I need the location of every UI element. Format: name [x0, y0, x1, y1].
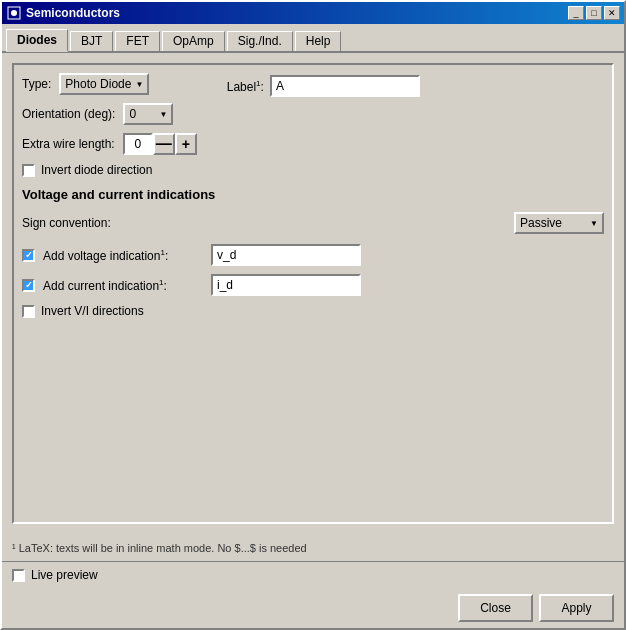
tab-bjt[interactable]: BJT [70, 31, 113, 51]
close-button[interactable]: ✕ [604, 6, 620, 20]
label-label: Label1: [227, 79, 264, 94]
live-preview-label: Live preview [31, 568, 98, 582]
sign-convention-select[interactable]: Passive Active [520, 214, 598, 232]
section-title: Voltage and current indications [22, 187, 604, 202]
form-panel: Type: Photo Diode Diode Zener LED Schott… [12, 63, 614, 524]
main-window: Semiconductors _ □ ✕ Diodes BJT FET OpAm… [0, 0, 626, 630]
invert-vi-row: Invert V/I directions [22, 304, 604, 318]
minimize-button[interactable]: _ [568, 6, 584, 20]
current-label: Add current indication1: [43, 278, 203, 293]
current-input[interactable] [211, 274, 361, 296]
window-title: Semiconductors [26, 6, 568, 20]
invert-diode-label: Invert diode direction [41, 163, 152, 177]
button-row: Close Apply [2, 588, 624, 628]
svg-point-1 [11, 10, 17, 16]
type-row: Type: Photo Diode Diode Zener LED Schott… [22, 73, 197, 95]
main-content: Type: Photo Diode Diode Zener LED Schott… [2, 53, 624, 534]
voltage-indication-row: Add voltage indication1: [22, 244, 604, 266]
type-select[interactable]: Photo Diode Diode Zener LED Schottky [65, 75, 143, 93]
invert-diode-checkbox[interactable] [22, 164, 35, 177]
window-icon [6, 5, 22, 21]
invert-vi-label: Invert V/I directions [41, 304, 144, 318]
extra-wire-input[interactable] [123, 133, 153, 155]
orientation-row: Orientation (deg): 0 90 180 270 ▼ [22, 103, 197, 125]
live-preview-row: Live preview [2, 561, 624, 588]
title-bar: Semiconductors _ □ ✕ [2, 2, 624, 24]
orientation-dropdown[interactable]: 0 90 180 270 ▼ [123, 103, 173, 125]
close-button[interactable]: Close [458, 594, 533, 622]
voltage-checkbox[interactable] [22, 249, 35, 262]
sign-convention-row: Sign convention: Passive Active ▼ [22, 212, 604, 234]
orientation-select[interactable]: 0 90 180 270 [129, 105, 167, 123]
extra-wire-minus[interactable]: — [153, 133, 175, 155]
invert-diode-row: Invert diode direction [22, 163, 604, 177]
voltage-input[interactable] [211, 244, 361, 266]
type-dropdown[interactable]: Photo Diode Diode Zener LED Schottky ▼ [59, 73, 149, 95]
tabs-bar: Diodes BJT FET OpAmp Sig./Ind. Help [2, 24, 624, 53]
tab-sig-ind[interactable]: Sig./Ind. [227, 31, 293, 51]
voltage-label: Add voltage indication1: [43, 248, 203, 263]
tab-diodes[interactable]: Diodes [6, 29, 68, 52]
sign-convention-dropdown[interactable]: Passive Active ▼ [514, 212, 604, 234]
sign-convention-label: Sign convention: [22, 216, 111, 230]
orientation-label: Orientation (deg): [22, 107, 115, 121]
tab-fet[interactable]: FET [115, 31, 160, 51]
apply-button[interactable]: Apply [539, 594, 614, 622]
live-preview-checkbox[interactable] [12, 569, 25, 582]
extra-wire-row: Extra wire length: — + [22, 133, 197, 155]
current-checkbox[interactable] [22, 279, 35, 292]
maximize-button[interactable]: □ [586, 6, 602, 20]
type-label: Type: [22, 77, 51, 91]
invert-vi-checkbox[interactable] [22, 305, 35, 318]
window-controls: _ □ ✕ [568, 6, 620, 20]
latex-note-area: ¹ LaTeX: texts will be in inline math mo… [2, 534, 624, 561]
extra-wire-stepper: — + [123, 133, 197, 155]
tab-opamp[interactable]: OpAmp [162, 31, 225, 51]
extra-wire-plus[interactable]: + [175, 133, 197, 155]
tab-help[interactable]: Help [295, 31, 342, 51]
label-input[interactable] [270, 75, 420, 97]
latex-note: ¹ LaTeX: texts will be in inline math mo… [12, 538, 307, 558]
current-indication-row: Add current indication1: [22, 274, 604, 296]
extra-wire-label: Extra wire length: [22, 137, 115, 151]
